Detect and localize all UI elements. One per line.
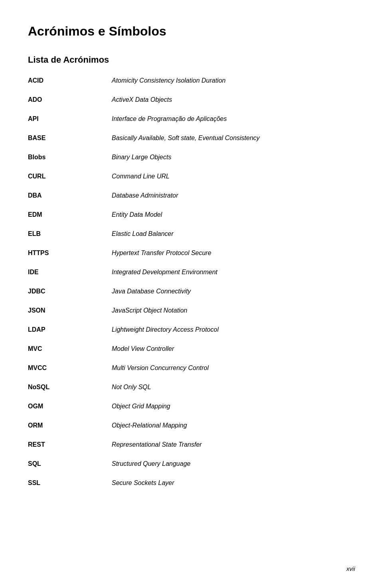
acronym-row: RESTRepresentational State Transfer [28, 441, 355, 455]
acronym-term: ELB [28, 230, 112, 238]
acronym-term: REST [28, 441, 112, 448]
acronym-term: IDE [28, 269, 112, 276]
acronym-row: HTTPSHypertext Transfer Protocol Secure [28, 249, 355, 264]
acronym-definition: Multi Version Concurrency Control [112, 364, 355, 372]
acronym-definition: JavaScript Object Notation [112, 307, 355, 314]
acronym-term: SSL [28, 479, 112, 487]
acronym-definition: Lightweight Directory Access Protocol [112, 326, 355, 333]
acronym-list: ACIDAtomicity Consistency Isolation Dura… [28, 77, 355, 494]
acronym-definition: Object-Relational Mapping [112, 422, 355, 429]
acronym-term: DBA [28, 192, 112, 199]
acronym-definition: Binary Large Objects [112, 154, 355, 161]
acronym-definition: Secure Sockets Layer [112, 479, 355, 487]
acronym-definition: Atomicity Consistency Isolation Duration [112, 77, 355, 84]
acronym-definition: Model View Controller [112, 345, 355, 352]
acronym-term: HTTPS [28, 249, 112, 257]
acronym-term: ADO [28, 96, 112, 103]
acronym-definition: Object Grid Mapping [112, 403, 355, 410]
acronym-term: MVC [28, 345, 112, 352]
section-title: Lista de Acrónimos [28, 55, 355, 65]
acronym-row: JDBCJava Database Connectivity [28, 288, 355, 302]
acronym-definition: Integrated Development Environment [112, 269, 355, 276]
acronym-row: EDMEntity Data Model [28, 211, 355, 226]
acronym-definition: Interface de Programação de Aplicações [112, 115, 355, 123]
acronym-term: JSON [28, 307, 112, 314]
acronym-definition: Command Line URL [112, 173, 355, 180]
acronym-term: BASE [28, 135, 112, 142]
acronym-row: ACIDAtomicity Consistency Isolation Dura… [28, 77, 355, 91]
acronym-definition: Java Database Connectivity [112, 288, 355, 295]
acronym-row: SSLSecure Sockets Layer [28, 479, 355, 494]
acronym-term: Blobs [28, 154, 112, 161]
acronym-row: OGMObject Grid Mapping [28, 403, 355, 417]
acronym-term: MVCC [28, 364, 112, 372]
acronym-row: NoSQLNot Only SQL [28, 384, 355, 398]
acronym-row: BASEBasically Available, Soft state, Eve… [28, 135, 355, 149]
acronym-row: IDEIntegrated Development Environment [28, 269, 355, 283]
acronym-row: ORMObject-Relational Mapping [28, 422, 355, 436]
page-title: Acrónimos e Símbolos [28, 24, 355, 39]
acronym-term: EDM [28, 211, 112, 218]
acronym-row: APIInterface de Programação de Aplicaçõe… [28, 115, 355, 130]
acronym-row: ADOActiveX Data Objects [28, 96, 355, 111]
acronym-row: MVCCMulti Version Concurrency Control [28, 364, 355, 379]
acronym-row: LDAPLightweight Directory Access Protoco… [28, 326, 355, 341]
acronym-definition: Elastic Load Balancer [112, 230, 355, 238]
acronym-row: BlobsBinary Large Objects [28, 154, 355, 168]
acronym-term: LDAP [28, 326, 112, 333]
acronym-term: CURL [28, 173, 112, 180]
acronym-term: ORM [28, 422, 112, 429]
acronym-definition: Entity Data Model [112, 211, 355, 218]
acronym-definition: Basically Available, Soft state, Eventua… [112, 135, 355, 142]
acronym-term: NoSQL [28, 384, 112, 391]
acronym-definition: Representational State Transfer [112, 441, 355, 448]
acronym-definition: Structured Query Language [112, 460, 355, 467]
acronym-definition: Hypertext Transfer Protocol Secure [112, 249, 355, 257]
acronym-term: API [28, 115, 112, 123]
acronym-row: MVCModel View Controller [28, 345, 355, 360]
acronym-row: ELBElastic Load Balancer [28, 230, 355, 245]
acronym-definition: Database Administrator [112, 192, 355, 199]
acronym-row: CURLCommand Line URL [28, 173, 355, 187]
acronym-term: JDBC [28, 288, 112, 295]
acronym-definition: Not Only SQL [112, 384, 355, 391]
acronym-definition: ActiveX Data Objects [112, 96, 355, 103]
page-number: xvii [346, 565, 355, 572]
acronym-term: ACID [28, 77, 112, 84]
acronym-term: SQL [28, 460, 112, 467]
acronym-row: SQLStructured Query Language [28, 460, 355, 475]
acronym-term: OGM [28, 403, 112, 410]
acronym-row: JSONJavaScript Object Notation [28, 307, 355, 321]
acronym-row: DBADatabase Administrator [28, 192, 355, 206]
